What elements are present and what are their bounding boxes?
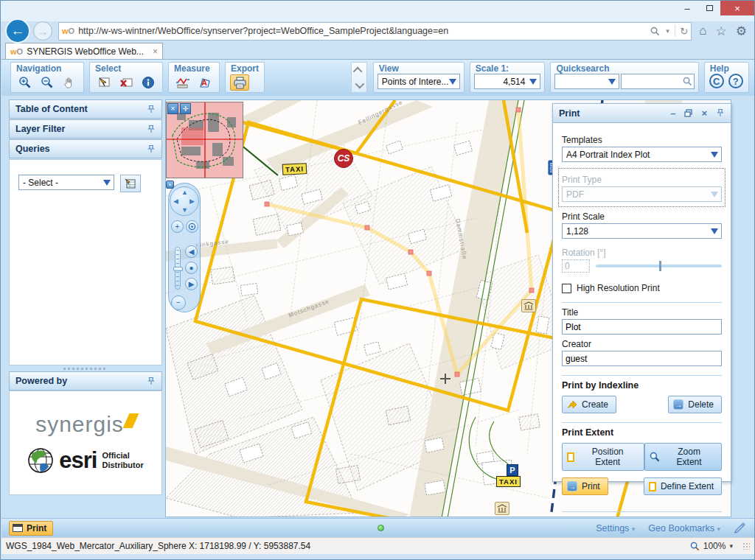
query-select[interactable]: - Select - (18, 175, 114, 190)
dropdown-arrow-icon (711, 228, 718, 234)
help-button[interactable]: ? (728, 74, 743, 88)
previous-extent-button[interactable]: ◀ (185, 245, 198, 258)
pan-compass[interactable]: ▲ ▼ ◀ ▶ (170, 186, 199, 216)
title-input[interactable] (562, 319, 722, 335)
dropdown-arrow-icon (449, 79, 456, 85)
clear-selection-button[interactable] (116, 74, 136, 91)
print-scale-select[interactable]: 1,128 (562, 223, 722, 239)
full-extent-button[interactable] (186, 220, 198, 233)
rotation-label: Rotation [°] (562, 248, 722, 258)
museum-icon (521, 299, 536, 312)
panel-header-queries[interactable]: Queries (9, 139, 162, 158)
back-button[interactable]: ← (5, 18, 30, 43)
view-select[interactable]: Points of Intere... (378, 74, 460, 89)
panel-minimize-icon[interactable]: – (670, 108, 675, 119)
panel-title: Layer Filter (15, 124, 65, 134)
create-indexline-button[interactable]: Create (562, 396, 616, 413)
widget-close-icon[interactable]: × (166, 181, 174, 189)
search-icon[interactable] (650, 27, 660, 36)
high-resolution-checkbox[interactable] (562, 284, 571, 293)
query-form-button[interactable] (120, 175, 141, 192)
synergis-diamond-icon (122, 413, 139, 428)
search-dropdown-icon[interactable]: ▼ (664, 28, 670, 35)
pan-hand-button[interactable] (60, 74, 79, 91)
extent-rectangle-icon (649, 482, 656, 491)
panel-restore-icon[interactable] (684, 109, 692, 117)
define-extent-button[interactable]: Define Extent (644, 477, 722, 495)
print-type-select: PDF (562, 186, 722, 202)
map-navigation-widget[interactable]: × ▲ ▼ ◀ ▶ + ◀ ● ▶ − (168, 183, 201, 312)
overview-close-button[interactable]: × (167, 103, 178, 114)
next-extent-button[interactable]: ▶ (185, 278, 198, 290)
zoom-slider-handle[interactable] (173, 267, 183, 271)
divider (562, 511, 722, 512)
print-button[interactable]: → Print (562, 477, 608, 495)
extent-rectangle-icon (567, 452, 574, 462)
window-maximize-button[interactable] (698, 1, 720, 15)
scale-combobox[interactable]: 4,514 (474, 74, 541, 89)
pin-icon[interactable] (147, 105, 156, 114)
copyright-button[interactable]: C (709, 74, 724, 88)
taskbar-print-button[interactable]: Print (9, 521, 53, 536)
delete-indexline-button[interactable]: → Delete (668, 396, 722, 413)
home-icon[interactable]: ⌂ (699, 24, 706, 38)
zoom-in-button[interactable] (15, 74, 35, 91)
toolbar-collapse-control[interactable] (351, 62, 367, 93)
print-panel-header[interactable]: Print – × (553, 104, 731, 123)
panel-header-powered-by[interactable]: Powered by (9, 371, 162, 391)
panel-header-table-of-content[interactable]: Table of Content (9, 99, 162, 119)
zoom-slider[interactable] (175, 247, 181, 290)
window-minimize-button[interactable]: – (676, 1, 698, 15)
forward-button[interactable]: → (33, 21, 52, 41)
overview-move-icon[interactable]: ✛ (180, 103, 191, 114)
queries-panel-body: - Select - (9, 159, 162, 365)
zoom-out-widget-button[interactable]: − (171, 295, 186, 310)
url-text[interactable]: http://w-ws-wintner/WebOffice/synserver?… (78, 26, 650, 36)
panel-close-icon[interactable]: × (701, 108, 707, 119)
group-label: Measure (169, 63, 219, 74)
position-extent-button[interactable]: Position Extent (562, 443, 644, 471)
browser-tab[interactable]: wO SYNERGIS WebOffice Web... × (5, 43, 163, 60)
center-button[interactable]: ● (185, 262, 198, 274)
redline-pen-icon[interactable] (734, 522, 747, 534)
rotation-slider-handle (659, 261, 661, 271)
esri-globe-icon (27, 447, 54, 474)
group-label: View (374, 63, 464, 74)
print-export-button[interactable] (230, 74, 249, 91)
quicksearch-category-select[interactable] (554, 74, 619, 89)
favorites-icon[interactable]: ☆ (716, 24, 727, 39)
pin-icon[interactable] (147, 125, 156, 134)
dropdown-arrow-icon (103, 180, 111, 186)
pin-icon[interactable] (716, 108, 725, 118)
pin-icon[interactable] (147, 377, 156, 386)
zoom-out-button[interactable] (38, 74, 57, 91)
settings-gear-icon[interactable]: ⚙ (736, 24, 747, 39)
pin-icon[interactable] (147, 144, 156, 154)
toolbar-group-scale: Scale 1: 4,514 (470, 62, 546, 93)
window-icon (13, 524, 23, 532)
tab-title: SYNERGIS WebOffice Web... (27, 46, 150, 57)
pan-south-icon[interactable]: ▼ (181, 207, 188, 214)
esri-logo: esri OfficialDistributor (27, 447, 143, 474)
creator-input[interactable] (562, 351, 722, 366)
identify-info-button[interactable] (139, 74, 158, 91)
refresh-icon[interactable]: ↻ (680, 26, 688, 37)
high-resolution-label: High Resolution Print (577, 283, 660, 293)
window-close-button[interactable]: × (720, 1, 754, 15)
templates-select[interactable]: A4 Portrait Index Plot (562, 147, 722, 162)
zoom-in-widget-button[interactable]: + (171, 220, 184, 233)
select-by-rectangle-button[interactable] (94, 74, 114, 91)
pan-north-icon[interactable]: ▲ (181, 189, 188, 196)
print-panel: Print – × Templates A4 Portrait Index Pl… (552, 103, 731, 482)
measure-area-button[interactable]: A (195, 74, 215, 91)
pan-west-icon[interactable]: ◀ (173, 198, 178, 205)
measure-line-button[interactable] (173, 74, 192, 91)
sidebar-splitter[interactable] (9, 365, 162, 371)
pan-east-icon[interactable]: ▶ (189, 198, 195, 205)
quicksearch-go-icon[interactable] (683, 77, 692, 86)
panel-header-layer-filter[interactable]: Layer Filter (9, 119, 162, 139)
tab-close-icon[interactable]: × (153, 46, 158, 57)
zoom-extent-button[interactable]: Zoom Extent (644, 443, 722, 471)
dropdown-arrow-icon (711, 192, 718, 197)
url-box[interactable]: wO http://w-ws-wintner/WebOffice/synserv… (58, 22, 692, 41)
